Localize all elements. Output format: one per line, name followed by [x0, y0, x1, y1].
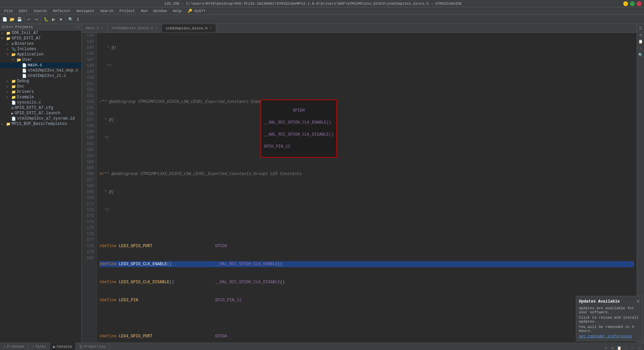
console-toolbar-3[interactable]: 📋 [617, 345, 622, 350]
tab-main-c[interactable]: main.c × [82, 24, 108, 32]
tree-item-it-c[interactable]: 📄 stm32mp13xx_it.c [0, 73, 82, 78]
code-area[interactable]: 143 144 145 146 147 148 149 150 151 152 … [82, 33, 637, 343]
minimize-button[interactable]: ─ [623, 1, 628, 6]
toolbar: 📄 📂 💾 ↩ ↪ 🐛 ▶ ■ 🔍 ℹ [0, 15, 644, 24]
file-icon: 📄 [11, 101, 16, 105]
tab-label: Tasks [35, 345, 46, 349]
tab-disco-h[interactable]: stm32mp13xx_disco.h × [162, 24, 216, 32]
right-icon-3[interactable]: 📋 [638, 39, 643, 44]
menu-navigate[interactable]: Navigate [74, 8, 97, 14]
tab-tasks[interactable]: ✓ Tasks [28, 343, 50, 350]
tab-problems[interactable]: ⚠ Problems [0, 343, 28, 350]
tree-item-launch[interactable]: ▶ GPIO_EXTI_A7.launch [0, 111, 82, 116]
console-toolbar-2[interactable]: ⊘ [610, 345, 615, 350]
toolbar-search[interactable]: 🔍 [67, 16, 74, 23]
tree-item-main-c[interactable]: 📄 main.c [0, 62, 82, 68]
tab-label: Console [57, 345, 72, 349]
tree-item-example[interactable]: ▷ 📁 Example [0, 95, 82, 100]
toolbar-new[interactable]: 📄 [1, 16, 8, 23]
console-maximize[interactable]: □ [637, 345, 642, 350]
right-icon-2[interactable]: ⚙ [638, 32, 643, 37]
panel-maximize-icon[interactable]: □ [77, 25, 79, 29]
toolbar-debug[interactable]: 🐛 [43, 16, 49, 23]
code-line-154: #define LED3_GPIO_PORT GPIOH [100, 243, 634, 249]
code-line-148: */ [100, 135, 634, 141]
tab-console[interactable]: ▶ Console [50, 343, 76, 350]
updates-title: Updates Available [579, 299, 620, 304]
code-line-153 [100, 225, 634, 231]
tree-item-doc[interactable]: ▷ 📁 Doc [0, 84, 82, 89]
folder-icon: 📁 [11, 90, 16, 94]
console-minimize[interactable]: ─ [630, 345, 635, 350]
tree-item-includes[interactable]: ▷ 📎 Includes [0, 46, 82, 52]
tree-item-drivers[interactable]: ▷ 📁 Drivers [0, 89, 82, 95]
close-button[interactable]: × [637, 1, 641, 6]
tree-item-ddr[interactable]: ▷ 📁 DDR_Init_A7 [0, 30, 82, 36]
toolbar-redo[interactable]: ↪ [33, 16, 40, 23]
maximize-button[interactable]: □ [630, 1, 635, 6]
right-icon-4[interactable]: ↕ [638, 45, 643, 51]
code-content: 143 144 145 146 147 148 149 150 151 152 … [82, 33, 637, 343]
menu-project[interactable]: Project [117, 8, 138, 14]
menu-search[interactable]: Search [98, 8, 116, 14]
toolbar-stop[interactable]: ■ [57, 16, 64, 23]
menu-file[interactable]: File [1, 8, 15, 14]
tree-label: Binaries [15, 41, 34, 46]
right-icon-5[interactable]: 🔍 [638, 52, 643, 57]
tree-item-debug[interactable]: ▷ 📁 Debug [0, 78, 82, 84]
title-text: 135_IDE - C:\Users\MYIR\Desktop\MYD-YF13… [3, 2, 623, 6]
tab-close-icon[interactable]: × [209, 26, 211, 30]
code-lines[interactable]: * @} */ /** @addtogroup STM32MP13XX_DISC… [97, 33, 637, 343]
updates-link[interactable]: Set reminder preferences [579, 334, 640, 338]
menu-edit[interactable]: Edit [16, 8, 30, 14]
title-bar: 135_IDE - C:\Users\MYIR\Desktop\MYD-YF13… [0, 0, 644, 7]
right-icon-1[interactable]: ☰ [638, 25, 643, 31]
tree-item-cfg[interactable]: ⚙ GPIO_EXTI_A7.cfg [0, 105, 82, 111]
menu-help[interactable]: Help [170, 8, 184, 14]
toolbar-save[interactable]: 💾 [16, 16, 23, 23]
console-icon: ▶ [53, 345, 55, 349]
toolbar-undo[interactable]: ↩ [26, 16, 32, 23]
updates-line1: Updates are available for your software. [579, 306, 640, 314]
problems-icon: ⚠ [3, 345, 6, 349]
tree-label: MP13_BSP_BasicTemplates [12, 122, 67, 126]
toolbar-info[interactable]: ℹ [74, 16, 81, 23]
menu-refactor[interactable]: Refactor [50, 8, 73, 14]
updates-link-label[interactable]: Set reminder preferences [579, 334, 632, 338]
tree-label: GPIO_EXTI_A7.launch [15, 111, 60, 116]
code-line-158 [100, 315, 634, 321]
menu-run[interactable]: Run [138, 8, 150, 14]
menu-window[interactable]: Window [151, 8, 170, 14]
tree-label: GPIO_EXTI_A7.cfg [15, 106, 53, 110]
project-icon: 📁 [6, 31, 11, 35]
menu-source[interactable]: Source [31, 8, 50, 14]
file-icon: 📄 [22, 63, 27, 67]
tree-item-application[interactable]: ▽ 📂 Application [0, 52, 82, 57]
window-controls: ─ □ × [623, 1, 641, 6]
tab-close-icon[interactable]: × [101, 26, 103, 30]
tree-item-ld[interactable]: 📄 stm32mp13xx_a7_sysram.ld [0, 116, 82, 121]
folder-icon: 📂 [17, 58, 21, 62]
tab-close-icon[interactable]: × [155, 26, 157, 30]
tree-item-bsp[interactable]: ▷ 📁 MP13_BSP_BasicTemplates [0, 121, 82, 127]
tree-arrow: ▷ [1, 122, 6, 126]
bottom-tabs: ⚠ Problems ✓ Tasks ▶ Console ☰ Propertie… [0, 343, 644, 350]
console-toolbar-1[interactable]: ✕ [603, 345, 609, 350]
panel-minimize-icon[interactable]: ─ [74, 25, 76, 29]
code-line-152: */ [100, 207, 634, 213]
console-toolbar-4[interactable]: ↕ [623, 345, 629, 350]
menu-myst[interactable]: 🔑 mySTT [185, 8, 208, 14]
tree-item-gpio[interactable]: ▽ 📁 GPIO_EXTI_A7 [0, 36, 82, 41]
toolbar-run[interactable]: ▶ [50, 16, 57, 23]
tree-label: User [22, 57, 32, 62]
tree-item-syscalls[interactable]: 📄 syscalls.c [0, 100, 82, 105]
project-icon: 📁 [6, 36, 11, 41]
tree-item-user[interactable]: ▽ 📂 User [0, 57, 82, 62]
toolbar-open[interactable]: 📂 [9, 16, 15, 23]
updates-close-button[interactable]: × [637, 299, 640, 304]
tree-item-hal-msp[interactable]: 📄 stm32mp13xx_hal_msp.c [0, 68, 82, 73]
tree-item-binaries[interactable]: ▷ ⚙ Binaries [0, 41, 82, 46]
tab-disco-c[interactable]: stm32mp13xx_disco.c × [108, 24, 162, 32]
tab-label: Problems [7, 345, 25, 349]
tab-properties[interactable]: ☰ Properties [76, 343, 110, 350]
